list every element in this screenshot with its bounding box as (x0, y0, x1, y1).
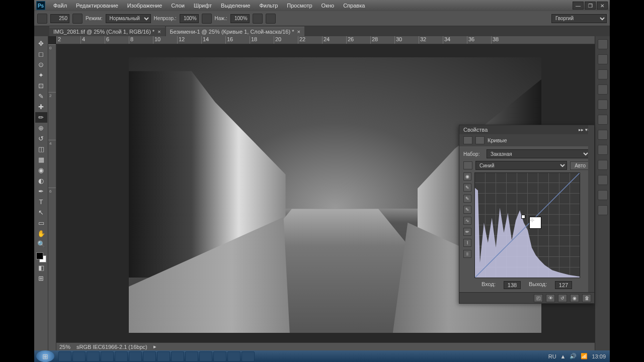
histogram-icon[interactable]: ⫴ (463, 250, 471, 258)
dock-paths-icon[interactable] (598, 175, 608, 185)
clock[interactable]: 13:09 (592, 353, 606, 359)
mode-select[interactable]: Нормальный (106, 14, 151, 23)
targeted-adjust-icon[interactable] (463, 161, 472, 169)
gray-point-icon[interactable]: ✎ (463, 195, 471, 203)
tab-2[interactable]: Безимени-1 @ 25% (Кривые 1, Слой-маска/1… (166, 27, 304, 36)
delete-icon[interactable]: 🗑 (582, 294, 591, 302)
tool-preset-icon[interactable] (37, 14, 47, 24)
menu-image[interactable]: Изображение (123, 1, 166, 10)
smooth-icon[interactable]: ⌇ (463, 239, 471, 247)
airbrush-icon[interactable] (253, 14, 263, 24)
close-icon[interactable]: × (157, 29, 160, 35)
screenmode-icon[interactable]: ⊞ (35, 273, 47, 284)
brush-tool[interactable]: ✏ (35, 112, 47, 123)
type-tool[interactable]: T (35, 197, 47, 207)
reset-icon[interactable]: ↺ (558, 294, 567, 302)
volume-icon[interactable]: 🔊 (570, 353, 577, 359)
path-tool[interactable]: ↖ (35, 207, 47, 218)
move-tool[interactable]: ✥ (35, 38, 47, 49)
tray-icon[interactable]: ▲ (560, 353, 566, 359)
workspace-select[interactable]: Гворгий (551, 14, 607, 23)
dock-properties-icon[interactable] (598, 205, 608, 215)
dock-swatches-icon[interactable] (598, 115, 608, 125)
stamp-tool[interactable]: ⊕ (35, 123, 47, 133)
eraser-tool[interactable]: ◫ (35, 144, 47, 154)
close-button[interactable]: ✕ (597, 2, 608, 10)
dock-info-icon[interactable] (598, 54, 608, 64)
blur-tool[interactable]: ◉ (35, 165, 47, 175)
dock-layers-icon[interactable] (598, 145, 608, 155)
taskbar-item[interactable] (58, 351, 71, 361)
menu-type[interactable]: Шрифт (190, 1, 216, 10)
taskbar-item[interactable] (157, 351, 170, 361)
hand-tool[interactable]: ✋ (35, 228, 47, 239)
view-previous-icon[interactable]: 👁 (546, 294, 555, 302)
menu-view[interactable]: Просмотр (283, 1, 316, 10)
taskbar-item[interactable] (213, 351, 226, 361)
targeted-icon[interactable]: ◉ (463, 172, 471, 180)
maximize-button[interactable]: ❐ (585, 2, 596, 10)
taskbar-item[interactable] (72, 351, 86, 361)
brush-size-input[interactable] (50, 14, 69, 23)
network-icon[interactable]: 📶 (581, 353, 588, 359)
opacity-input[interactable] (180, 14, 199, 23)
close-icon[interactable]: × (297, 29, 300, 35)
output-value[interactable] (555, 281, 572, 289)
taskbar-item[interactable] (87, 351, 100, 361)
taskbar-item[interactable] (171, 351, 184, 361)
flow-input[interactable] (230, 14, 250, 23)
lasso-tool[interactable]: ⊙ (35, 59, 47, 70)
taskbar-item[interactable] (242, 351, 255, 361)
taskbar-item[interactable] (199, 351, 212, 361)
dock-masks-icon[interactable] (598, 190, 608, 200)
menu-layer[interactable]: Слои (167, 1, 189, 10)
pressure-opacity-icon[interactable] (202, 14, 212, 24)
menu-window[interactable]: Окно (317, 1, 339, 10)
menu-help[interactable]: Справка (339, 1, 369, 10)
heal-tool[interactable]: ✚ (35, 102, 47, 112)
gradient-tool[interactable]: ▦ (35, 154, 47, 165)
panel-tab[interactable]: Свойства ▸▸ ▾≡ (459, 125, 594, 134)
dock-styles-icon[interactable] (598, 130, 608, 140)
curves-graph[interactable]: ✛ (474, 172, 580, 278)
taskbar-item[interactable] (129, 351, 142, 361)
tab-1[interactable]: IMG_2081.tif @ 25% (Слой 1, RGB/16) *× (49, 27, 165, 36)
shape-tool[interactable]: ▭ (35, 218, 47, 228)
panel-scrollbar[interactable] (588, 125, 594, 292)
menu-filter[interactable]: Фильтр (255, 1, 282, 10)
zoom-tool[interactable]: 🔍 (35, 239, 47, 249)
pen-tool[interactable]: ✒ (35, 186, 47, 197)
menu-file[interactable]: Файл (49, 1, 71, 10)
dodge-tool[interactable]: ◐ (35, 175, 47, 186)
dock-color-icon[interactable] (598, 100, 608, 110)
pencil-icon[interactable]: ✏ (463, 228, 471, 236)
eyedropper-tool[interactable]: ✎ (35, 91, 47, 102)
menu-select[interactable]: Выделение (217, 1, 254, 10)
history-brush-tool[interactable]: ↺ (35, 133, 47, 144)
status-arrow-icon[interactable]: ▸ (153, 343, 156, 350)
input-value[interactable] (504, 281, 521, 289)
preset-select[interactable]: Заказная (487, 149, 590, 158)
start-button[interactable]: ⊞ (36, 350, 54, 362)
dock-actions-icon[interactable] (598, 69, 608, 79)
adjustment-icon[interactable] (463, 136, 472, 144)
dock-adjust-icon[interactable] (598, 84, 608, 95)
taskbar-item[interactable] (101, 351, 114, 361)
marquee-tool[interactable]: ◻ (35, 49, 47, 59)
curve-point[interactable] (521, 215, 525, 219)
clip-icon[interactable]: ◰ (534, 294, 543, 302)
color-swatch[interactable] (36, 252, 46, 262)
zoom-level[interactable]: 25% (59, 344, 70, 350)
white-point-icon[interactable]: ✎ (463, 206, 471, 214)
dock-history-icon[interactable] (598, 39, 608, 49)
brush-panel-icon[interactable] (72, 14, 83, 24)
taskbar-item[interactable] (227, 351, 240, 361)
auto-button[interactable]: Авто (570, 161, 590, 170)
mask-icon[interactable] (475, 136, 485, 144)
dock-channels-icon[interactable] (598, 160, 608, 170)
crop-tool[interactable]: ⊡ (35, 80, 47, 91)
minimize-button[interactable]: — (573, 2, 584, 10)
channel-select[interactable]: Синий (475, 161, 567, 170)
black-point-icon[interactable]: ✎ (463, 184, 471, 192)
menu-edit[interactable]: Редактирование (72, 1, 122, 10)
